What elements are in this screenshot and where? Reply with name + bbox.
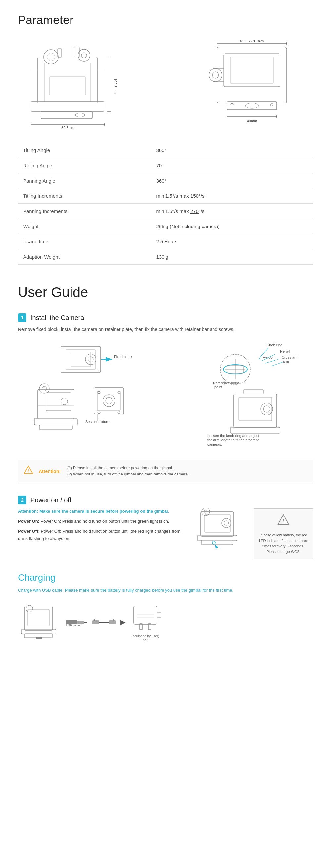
spec-row-panning-increments: Panning Increments min 1.5°/s max 270°/s <box>18 204 313 219</box>
power-diagram-svg <box>191 508 247 555</box>
svg-rect-116 <box>157 613 161 617</box>
power-adapter-svg <box>129 601 162 634</box>
svg-point-26 <box>209 68 222 82</box>
parameter-title: Parameter <box>18 13 313 27</box>
battery-warning-icon: ! <box>258 513 308 530</box>
svg-point-61 <box>103 395 115 407</box>
svg-text:Fixed  block: Fixed block <box>114 355 132 359</box>
svg-point-49 <box>42 386 47 391</box>
svg-point-33 <box>270 103 273 106</box>
svg-rect-81 <box>230 427 280 433</box>
step-1-header: 1 Install the Camera <box>18 313 313 322</box>
svg-point-88 <box>222 519 231 528</box>
svg-rect-104 <box>36 637 42 639</box>
dim-width-label: 89.3mm <box>61 126 75 130</box>
attention-box: ! Attention! (1) Please install the came… <box>18 460 313 483</box>
svg-rect-0 <box>38 57 97 103</box>
step-1-container: 1 Install the Camera Remove fixed block,… <box>18 313 313 483</box>
svg-rect-80 <box>244 389 264 394</box>
svg-rect-50 <box>34 418 78 425</box>
svg-rect-100 <box>28 610 49 626</box>
svg-rect-76 <box>234 394 277 427</box>
voltage-label: 5V <box>129 638 162 643</box>
user-guide-title: User Guide <box>18 284 313 300</box>
step-1-number: 1 <box>18 313 26 322</box>
svg-point-89 <box>224 521 229 525</box>
svg-rect-39 <box>61 346 101 373</box>
svg-point-32 <box>231 103 233 106</box>
spec-value: 265 g (Not including camera) <box>150 219 313 234</box>
svg-rect-5 <box>74 47 79 57</box>
power-adapter: (equipped by user) 5V <box>129 601 162 643</box>
svg-rect-106 <box>78 621 84 624</box>
svg-point-59 <box>98 411 100 414</box>
svg-text:cameras.: cameras. <box>207 442 222 446</box>
step-2-header: 2 Power on / off <box>18 496 313 504</box>
charging-device-svg <box>18 602 61 642</box>
power-diagram <box>191 508 247 556</box>
svg-point-58 <box>117 391 120 394</box>
dim-top-width-label: 61.1～78.1mm <box>240 39 264 43</box>
svg-rect-101 <box>21 629 56 634</box>
charging-diagram: USB cable ▶ <box>18 598 313 646</box>
loosen-note: Loosen the knob ring and adjust <box>207 434 259 438</box>
battery-warning-box: ! In case of low battery, the red LED in… <box>253 508 313 559</box>
svg-rect-41 <box>71 352 91 367</box>
svg-point-62 <box>106 398 112 404</box>
cross-arm-label: Cross arm <box>282 355 299 360</box>
diagram-left: 89.3mm 102.5mm <box>25 37 117 130</box>
power-text: Attention: Make sure the camera is secur… <box>18 508 184 542</box>
svg-point-95 <box>201 508 210 516</box>
svg-point-57 <box>98 391 100 394</box>
svg-point-79 <box>264 406 270 412</box>
spec-label: Rolling Angle <box>18 158 150 173</box>
svg-rect-35 <box>230 57 273 83</box>
svg-rect-55 <box>94 388 124 414</box>
svg-rect-52 <box>46 393 71 411</box>
install-left-svg: Fixed block <box>18 340 144 452</box>
usb-cable-left-svg: USB cable <box>64 617 87 627</box>
svg-point-103 <box>26 606 33 612</box>
svg-point-92 <box>212 541 216 544</box>
spec-label: Panning Angle <box>18 173 150 188</box>
svg-point-3 <box>78 49 90 61</box>
spec-value: min 1.5°/s max 270°/s <box>150 204 313 219</box>
svg-rect-51 <box>39 425 73 430</box>
svg-point-60 <box>117 411 120 414</box>
spec-row-usage-time: Usage time 2.5 Hours <box>18 234 313 249</box>
spec-value: 2.5 Hours <box>150 234 313 249</box>
spec-row-weight: Weight 265 g (Not including camera) <box>18 219 313 234</box>
left-diagram-svg: 89.3mm 102.5mm <box>25 37 117 130</box>
svg-text:the arm length to fit the diff: the arm length to fit the different <box>207 438 258 442</box>
diagrams-container: 89.3mm 102.5mm 61.1～78.1mm <box>18 37 313 130</box>
spec-row-panning-angle: Panning Angle 360° <box>18 173 313 188</box>
step-1-description: Remove fixed block, install the camera o… <box>18 326 313 333</box>
svg-line-74 <box>265 360 278 363</box>
charging-note: Charge with USB cable. Please make sure … <box>18 588 313 593</box>
spec-value: 360° <box>150 143 313 158</box>
svg-point-31 <box>245 103 258 108</box>
dim-height-label: 102.5mm <box>113 79 117 94</box>
power-on-text: Power On: Power On: Press and hold funct… <box>18 518 184 525</box>
svg-text:!: ! <box>28 468 29 473</box>
step-2-number: 2 <box>18 496 26 504</box>
spec-label: Panning Increments <box>18 204 150 219</box>
knob-ring-label: Knob ring <box>267 343 282 347</box>
spec-row-adaption-weight: Adaption Weight 130 g <box>18 249 313 265</box>
usb-cable-label: USB cable <box>66 624 80 627</box>
svg-rect-113 <box>134 606 157 624</box>
spec-value: min 1.5°/s max 150°/s <box>150 188 313 204</box>
attention-text: (1) Please install the camera before pow… <box>67 465 189 477</box>
svg-point-48 <box>39 383 49 394</box>
svg-rect-99 <box>25 607 53 630</box>
spec-label: Usage time <box>18 234 150 249</box>
charging-title: Charging <box>18 572 313 583</box>
svg-point-9 <box>76 113 85 117</box>
svg-text:arm: arm <box>283 360 289 363</box>
power-off-text: Power Off: Power Off: Press and hold fun… <box>18 528 184 542</box>
install-diagrams: Fixed block <box>18 340 313 453</box>
hero5-label: Hero5 <box>263 355 273 360</box>
step-2-container: 2 Power on / off Attention: Make sure th… <box>18 496 313 559</box>
svg-rect-56 <box>97 391 120 411</box>
spec-value: 130 g <box>150 249 313 265</box>
